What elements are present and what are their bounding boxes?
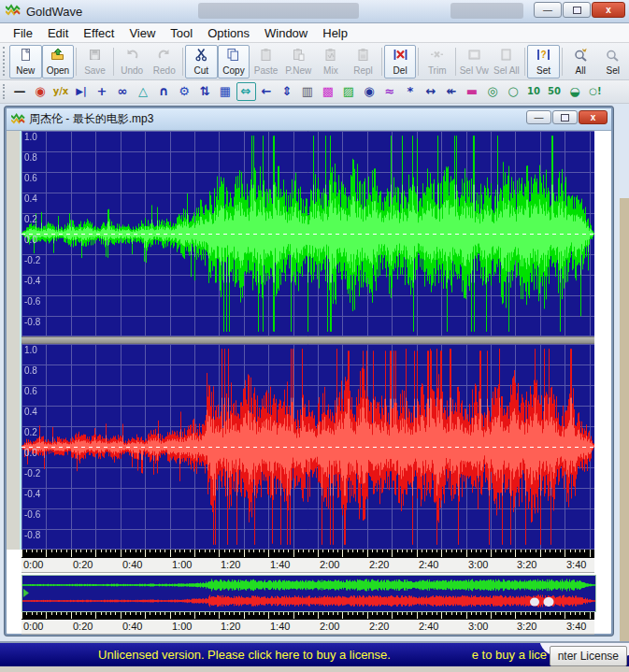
trim-button: Trim [421, 45, 453, 79]
toolbar-grip[interactable] [3, 47, 7, 76]
amplitude-label: -0.6 [24, 297, 40, 307]
time-ruler-ticks[interactable] [21, 550, 594, 558]
open-button[interactable]: Open [42, 45, 75, 79]
toolbar-button-label: All [576, 65, 586, 76]
eq-table-icon[interactable]: ▦ [216, 82, 236, 101]
amplitude-label: 1.0 [24, 133, 37, 142]
toolbar-separator [455, 48, 456, 76]
alert-circle-icon[interactable]: ○! [586, 82, 606, 101]
menu-item-view[interactable]: View [122, 24, 163, 42]
amplitude-label: 0.2 [24, 215, 37, 224]
knob-zoom-icon[interactable]: ◎ [483, 82, 503, 101]
minimize-button[interactable]: — [534, 2, 562, 18]
arrow-x-icon[interactable]: ↔ [422, 82, 441, 101]
half-circle-icon[interactable]: ◒ [565, 82, 585, 101]
document-window: 周杰伦 - 最长的电影.mp3 — x 1.00.80.60.40.20.0-0… [5, 107, 613, 636]
document-minimize-button[interactable]: — [526, 110, 551, 124]
menu-item-file[interactable]: File [6, 24, 40, 42]
amplitude-label: -0.2 [24, 256, 40, 265]
shuffle-color-icon[interactable]: ≈ [380, 82, 400, 101]
time-label: 2:20 [369, 621, 389, 632]
toolbar-button-label: Del [393, 65, 407, 76]
time-label: 3:40 [566, 559, 586, 570]
play-to-end-icon[interactable]: ▶| [72, 82, 92, 101]
background-window-ghost [450, 3, 523, 19]
arrow-slash-icon[interactable]: ↞ [442, 82, 462, 101]
meter-bars-icon[interactable]: ▥ [298, 82, 318, 101]
amplitude-label: 0.8 [24, 366, 37, 376]
new-button[interactable]: New [9, 45, 42, 79]
document-close-button[interactable]: x [579, 110, 608, 124]
toolbar-button-label: Set [536, 65, 550, 76]
time-ruler-labels: 0:000:200:401:001:201:402:002:202:403:00… [21, 558, 594, 573]
matrix-color-icon[interactable]: ▩ [319, 82, 338, 101]
time-label: 3:00 [468, 621, 488, 632]
left-arrow-icon[interactable]: ← [257, 82, 277, 101]
mx-green-icon[interactable]: ▨ [339, 82, 359, 101]
expression-yx-icon[interactable]: y/x [51, 82, 71, 101]
document-title-bar: 周杰伦 - 最长的电影.mp3 — x [7, 108, 611, 131]
toolbar-grip[interactable] [3, 84, 7, 99]
menu-item-options[interactable]: Options [200, 24, 257, 42]
goldwave-logo-icon [6, 3, 21, 20]
unlicensed-message[interactable]: Unlicensed version. Please click here to… [0, 648, 489, 662]
toolbar-separator [524, 48, 525, 76]
toolbar-button-label: Paste [254, 65, 279, 76]
menu-item-effect[interactable]: Effect [76, 24, 122, 42]
menu-item-tool[interactable]: Tool [163, 24, 200, 42]
stretch-box-icon[interactable]: ⇔ [236, 82, 256, 101]
del-button[interactable]: Del [384, 45, 417, 79]
license-message-fragment: e to buy a lice [472, 648, 547, 662]
copy-button[interactable]: Copy [218, 45, 250, 79]
skip-10-icon[interactable]: 10 [524, 82, 544, 101]
mix-button: Mix [315, 45, 348, 79]
updown-arrow-icon[interactable]: ⇕ [278, 82, 297, 101]
knob-icon[interactable]: ○ [504, 82, 523, 101]
amplitude-label: -0.4 [24, 277, 40, 286]
all-button[interactable]: All [565, 45, 597, 79]
expand-cross-icon[interactable]: + [93, 82, 112, 101]
skip-50-icon[interactable]: 50 [545, 82, 565, 101]
toolbar-button-label: New [16, 65, 35, 76]
color-wheel-icon[interactable]: ◉ [31, 82, 50, 101]
time-label: 0:40 [122, 621, 142, 632]
channel-separator[interactable] [21, 336, 594, 344]
overview-ruler-ticks[interactable] [21, 612, 594, 620]
overview-strip[interactable] [21, 575, 596, 612]
set-question-icon: ? [536, 48, 550, 65]
offset-arrows-icon[interactable]: ⇅ [195, 82, 215, 101]
window-bottom-edge [0, 666, 629, 672]
new-page-icon [19, 48, 33, 65]
waveform-left-channel[interactable]: 1.00.80.60.40.20.0-0.2-0.4-0.6-0.8 [21, 131, 594, 336]
gear-icon[interactable]: ⚙ [175, 82, 194, 101]
rainbow-bar-icon[interactable]: ▬ [463, 82, 482, 101]
device-bar-icon[interactable]: — [10, 82, 30, 101]
cut-scissors-icon [194, 48, 208, 65]
amplitude-label: -0.8 [24, 318, 40, 327]
set-button[interactable]: ?Set [527, 45, 560, 79]
waveform-right-channel[interactable]: 1.00.80.60.40.20.0-0.2-0.4-0.6-0.8 [21, 344, 594, 550]
maximize-button[interactable] [563, 2, 591, 18]
goldwave-window: GoldWave — x FileEditEffectViewToolOptio… [0, 0, 629, 672]
eye-icon[interactable]: ◉ [360, 82, 379, 101]
triangle-icon[interactable]: △ [134, 82, 153, 101]
sparkle-icon[interactable]: * [401, 82, 421, 101]
oval-points-icon[interactable]: ∞ [113, 82, 133, 101]
document-title: 周杰伦 - 最长的电影.mp3 [29, 111, 153, 127]
menu-item-help[interactable]: Help [315, 24, 355, 42]
close-button[interactable]: x [592, 2, 625, 18]
document-restore-button[interactable] [552, 110, 578, 124]
invert-curve-icon[interactable]: ∩ [154, 82, 174, 101]
cut-button[interactable]: Cut [185, 45, 218, 79]
menu-item-edit[interactable]: Edit [40, 24, 76, 42]
menu-item-window[interactable]: Window [257, 24, 315, 42]
amplitude-label: -0.6 [24, 510, 40, 520]
toolbar-button-label: Trim [428, 65, 447, 76]
sel-button[interactable]: Sel [596, 45, 629, 79]
time-label: 0:00 [23, 621, 43, 632]
background-window-ghost [198, 3, 359, 19]
undo-arrow-icon [125, 48, 139, 65]
trim-icon [430, 48, 444, 65]
enter-license-button[interactable]: nter License [550, 646, 627, 666]
amplitude-label: 1.0 [24, 346, 37, 355]
